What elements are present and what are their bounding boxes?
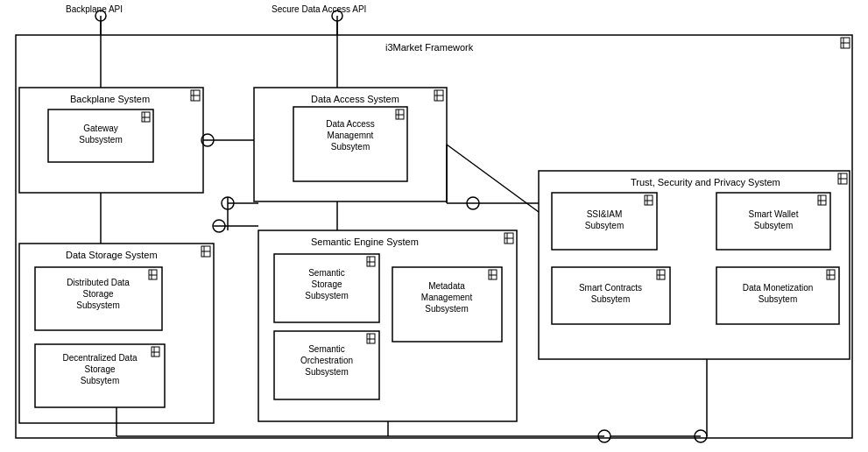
ssi-iam-label1: SSI&IAM [587,209,623,219]
data-mon-label2: Subsytem [759,294,797,304]
smart-wallet-label1: Smart Wallet [749,209,799,219]
svg-rect-48 [35,267,162,330]
semantic-engine-label: Semantic Engine System [311,237,419,247]
dam-sub-label3: Subsytem [331,142,370,152]
sem-orch-label3: Subsystem [305,367,348,377]
svg-rect-64 [274,331,379,399]
diagram-container: i3Market Framework Backplane API Secure … [0,0,868,452]
sem-storage-label2: Storage [311,279,342,289]
backplane-system-label: Backplane System [70,94,150,104]
decentral-label2: Storage [84,364,115,374]
sem-storage-label3: Subsystem [305,291,348,300]
decentral-label3: Subsytem [81,376,119,385]
architecture-diagram: i3Market Framework Backplane API Secure … [0,0,868,452]
smart-wallet-label2: Subsytem [754,221,793,230]
dist-data-label1: Distributed Data [67,278,130,287]
svg-rect-44 [19,244,214,423]
secure-data-api-label: Secure Data Access API [272,4,366,14]
metadata-label1: Metadata [428,281,465,291]
gateway-sub-label: Gateway [83,124,117,133]
sem-storage-label1: Semantic [308,268,345,278]
sem-orch-label1: Semantic [308,344,345,354]
ssi-iam-label2: Subsytem [585,221,624,230]
smart-contracts-label1: Smart Contracts [579,283,642,293]
smart-contracts-label2: Subsytem [591,294,630,304]
dist-data-label2: Storage [82,289,113,299]
svg-rect-56 [258,230,517,421]
svg-rect-24 [539,171,850,359]
svg-line-83 [447,145,539,212]
metadata-label3: Subsystem [425,304,468,314]
decentral-label1: Decentralized Data [62,353,137,363]
data-access-system-label: Data Access System [311,94,399,104]
framework-label: i3Market Framework [385,42,474,53]
dam-sub-label2: Managemnt [328,131,374,140]
metadata-label2: Management [421,293,473,302]
backplane-api-label: Backplane API [66,4,123,14]
trust-system-label: Trust, Security and Privacy System [631,177,780,187]
data-storage-system-label: Data Storage System [66,250,158,260]
sem-orch-label2: Orchestration [300,356,353,365]
gateway-sub-label2: Subsystem [79,135,122,145]
dist-data-label3: Subsystem [76,300,119,310]
data-mon-label1: Data Monetization [743,283,814,293]
dam-sub-label1: Data Access [326,119,375,129]
